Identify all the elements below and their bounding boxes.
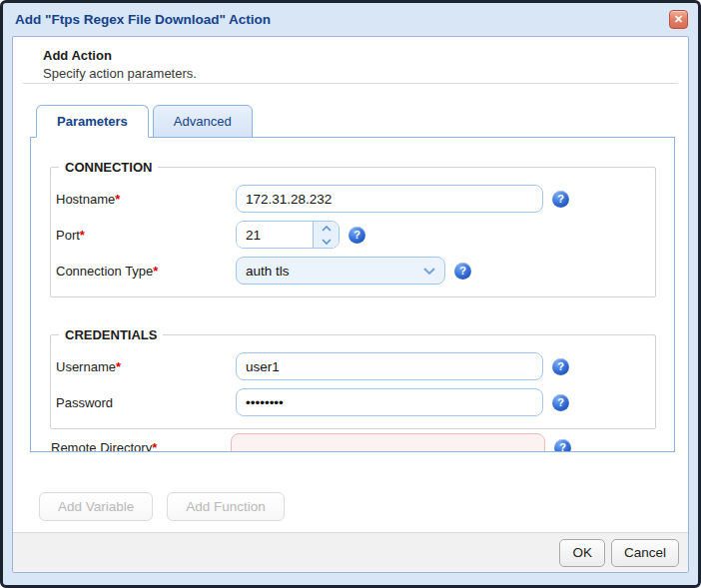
help-icon[interactable]: ?	[552, 191, 569, 208]
help-icon[interactable]: ?	[349, 227, 365, 244]
username-label: Username*	[55, 359, 236, 374]
dialog-body-panel: Add Action Specify action parameters. Pa…	[12, 36, 689, 573]
hostname-row: Hostname* ?	[55, 185, 643, 213]
connection-legend: CONNECTION	[59, 160, 158, 175]
password-input[interactable]	[236, 388, 543, 416]
wizard-header-subtitle: Specify action parameters.	[43, 66, 668, 81]
dialog-title: Add "Ftps Regex File Download" Action	[15, 12, 669, 27]
help-icon[interactable]: ?	[454, 263, 471, 280]
close-icon[interactable]: ✕	[669, 10, 688, 29]
tab-advanced[interactable]: Advanced	[153, 105, 253, 138]
username-row: Username* ?	[55, 352, 643, 380]
port-stepper	[236, 221, 340, 249]
add-action-dialog: Add "Ftps Regex File Download" Action ✕ …	[0, 0, 701, 588]
connection-type-value: auth tls	[246, 264, 423, 279]
remote-directory-input[interactable]	[231, 433, 545, 452]
required-marker: *	[80, 228, 85, 243]
password-row: Password ?	[55, 388, 643, 416]
connection-type-select[interactable]: auth tls	[236, 257, 445, 285]
remote-directory-row: Remote Directory* ?	[50, 433, 656, 452]
spinner-up-icon[interactable]	[314, 222, 339, 235]
wizard-header-title: Add Action	[43, 48, 668, 63]
cancel-button[interactable]: Cancel	[611, 539, 679, 567]
port-spinner-buttons	[313, 222, 339, 248]
tab-parameters[interactable]: Parameters	[36, 105, 149, 138]
password-label: Password	[55, 395, 236, 410]
hostname-input[interactable]	[236, 185, 543, 213]
connection-fieldset: CONNECTION Hostname* ? Port*	[50, 160, 656, 297]
help-icon[interactable]: ?	[554, 439, 571, 453]
add-function-button[interactable]: Add Function	[167, 492, 285, 521]
port-input[interactable]	[237, 222, 313, 248]
required-marker: *	[115, 192, 120, 207]
required-marker: *	[153, 264, 158, 279]
dialog-footer: OK Cancel	[13, 532, 688, 572]
remote-directory-label: Remote Directory*	[50, 440, 231, 453]
ok-button[interactable]: OK	[559, 539, 605, 567]
credentials-fieldset: CREDENTIALS Username* ? Password ?	[50, 327, 656, 429]
dialog-title-bar[interactable]: Add "Ftps Regex File Download" Action ✕	[3, 3, 698, 36]
hostname-label: Hostname*	[55, 192, 236, 207]
username-input[interactable]	[236, 352, 543, 380]
header-divider	[23, 83, 678, 84]
connection-type-label: Connection Type*	[55, 264, 236, 279]
help-icon[interactable]: ?	[552, 394, 569, 411]
spinner-down-icon[interactable]	[314, 235, 339, 248]
credentials-legend: CREDENTIALS	[59, 327, 163, 342]
insert-toolbar: Add Variable Add Function	[39, 492, 285, 521]
parameters-tab-panel: CONNECTION Hostname* ? Port*	[30, 137, 675, 452]
port-row: Port* ?	[55, 221, 643, 249]
wizard-header: Add Action Specify action parameters.	[43, 48, 668, 81]
help-icon[interactable]: ?	[552, 358, 569, 375]
required-marker: *	[152, 440, 157, 453]
port-label: Port*	[55, 228, 236, 243]
connection-type-row: Connection Type* auth tls ?	[55, 257, 643, 285]
tab-strip: Parameters Advanced	[36, 105, 257, 138]
add-variable-button[interactable]: Add Variable	[39, 492, 153, 521]
chevron-down-icon	[423, 268, 435, 275]
required-marker: *	[116, 359, 121, 374]
